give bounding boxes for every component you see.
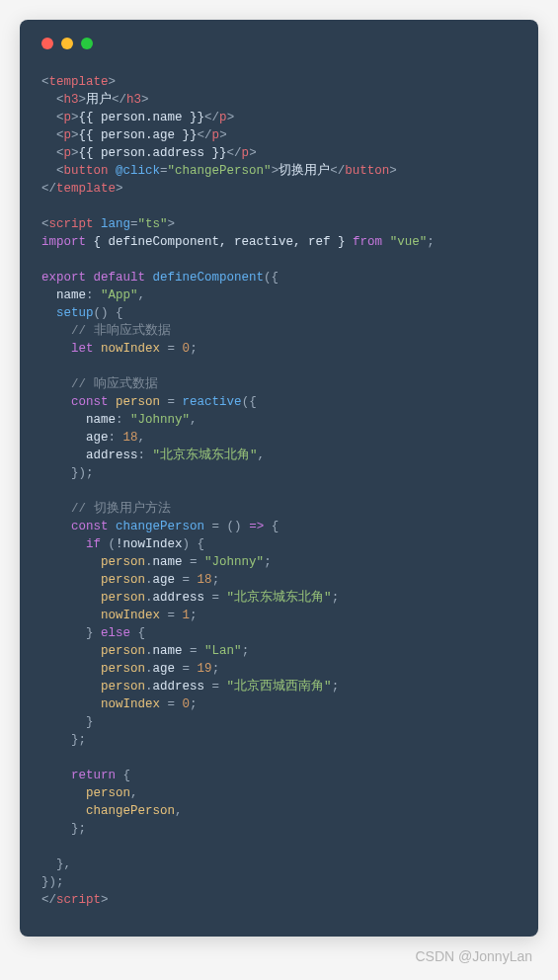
code-window: <template> <h3>用户</h3> <p>{{ person.name… — [20, 20, 538, 937]
window-titlebar — [41, 38, 517, 49]
close-icon — [41, 38, 53, 49]
maximize-icon — [81, 38, 93, 49]
minimize-icon — [61, 38, 73, 49]
watermark-text: CSDN @JonnyLan — [20, 948, 538, 964]
code-block: <template> <h3>用户</h3> <p>{{ person.name… — [41, 73, 517, 909]
